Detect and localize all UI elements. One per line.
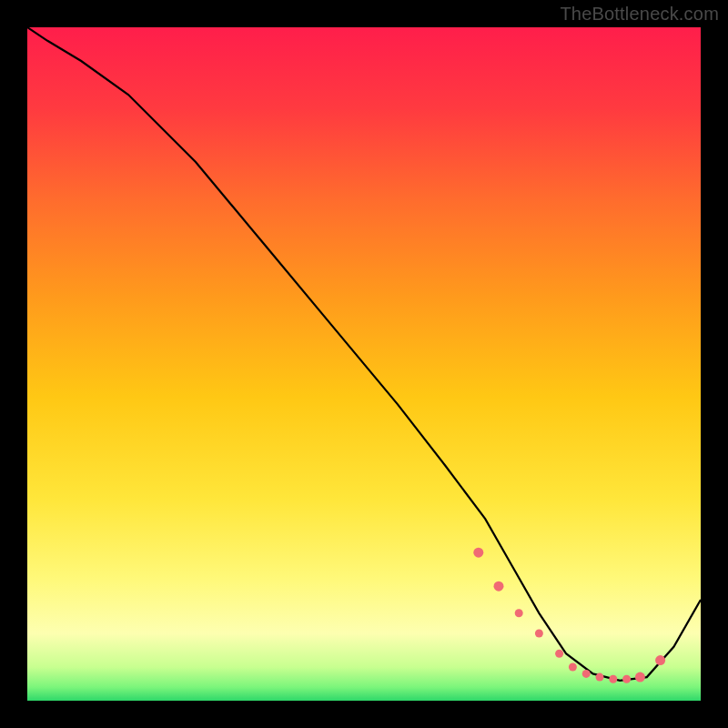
- low-marker-dot: [515, 609, 523, 617]
- low-marker-dot: [555, 650, 563, 658]
- low-marker-dot: [635, 672, 645, 682]
- low-marker-dot: [582, 670, 591, 678]
- low-marker-dot: [622, 675, 631, 683]
- low-marker-dot: [596, 673, 604, 682]
- low-marker-dot: [609, 675, 617, 683]
- watermark-text: TheBottleneck.com: [560, 4, 719, 25]
- low-marker-dot: [569, 663, 577, 672]
- low-marker-dot: [655, 655, 665, 665]
- low-marker-dot: [473, 548, 483, 558]
- low-marker-dot: [535, 630, 543, 638]
- chart-svg: [27, 27, 701, 701]
- chart-plot-area: [27, 27, 701, 701]
- low-marker-dot: [494, 581, 504, 592]
